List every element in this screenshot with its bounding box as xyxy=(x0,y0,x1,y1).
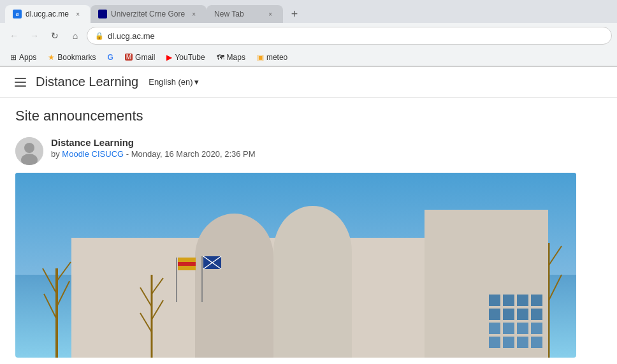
tab-bar: d dl.ucg.ac.me × Univerzitet Crne Gore ×… xyxy=(0,0,617,23)
back-button[interactable]: ← xyxy=(5,27,23,45)
lock-icon: 🔒 xyxy=(95,32,104,40)
window-cell xyxy=(531,337,542,348)
window-cell xyxy=(503,309,514,320)
hamburger-line-1 xyxy=(15,78,26,79)
by-label: by xyxy=(51,149,60,159)
svg-rect-16 xyxy=(178,266,196,270)
tab-dl-title: dl.ucg.ac.me xyxy=(25,10,69,18)
author-link[interactable]: Moodle CISUCG xyxy=(62,149,124,159)
post-byline: by Moodle CISUCG - Monday, 16 March 2020… xyxy=(51,149,602,159)
bookmark-meteo-label: meteo xyxy=(266,53,287,62)
bookmark-youtube[interactable]: ▶ YouTube xyxy=(161,50,210,64)
star-icon: ★ xyxy=(48,53,55,62)
bookmark-gmail[interactable]: M Gmail xyxy=(120,50,161,64)
window-cell xyxy=(489,309,500,320)
hamburger-line-3 xyxy=(15,85,26,87)
window-cell xyxy=(531,323,542,334)
svg-line-6 xyxy=(43,268,57,294)
window-cell xyxy=(531,309,542,320)
apps-grid-icon: ⊞ xyxy=(10,53,17,62)
bookmark-meteo[interactable]: ▣ meteo xyxy=(252,50,293,64)
main-content: Site announcements Distance Learning by … xyxy=(0,98,617,364)
svg-line-7 xyxy=(57,262,71,281)
svg-line-23 xyxy=(152,300,163,319)
page-content: Distance Learning English (en) ▾ Site an… xyxy=(0,67,617,364)
announcement-post: Distance Learning by Moodle CISUCG - Mon… xyxy=(15,137,602,165)
forward-button[interactable]: → xyxy=(25,27,43,45)
avatar xyxy=(15,137,43,165)
tab-dl[interactable]: d dl.ucg.ac.me × xyxy=(5,5,91,23)
bookmark-apps[interactable]: ⊞ Apps xyxy=(5,50,41,64)
meteo-icon: ▣ xyxy=(257,53,264,62)
address-text: dl.ucg.ac.me xyxy=(108,31,604,41)
svg-rect-15 xyxy=(178,258,196,262)
window-cell xyxy=(503,337,514,348)
window-cell xyxy=(503,323,514,334)
tab-ucg-title: Univerzitet Crne Gore xyxy=(111,10,185,18)
window-cell xyxy=(489,295,500,306)
svg-line-10 xyxy=(549,275,562,300)
reload-button[interactable]: ↻ xyxy=(46,27,64,45)
address-input-wrap[interactable]: 🔒 dl.ucg.ac.me xyxy=(87,27,612,45)
window-cell xyxy=(489,337,500,348)
bookmark-maps[interactable]: 🗺 Maps xyxy=(212,50,250,64)
post-date-separator: - xyxy=(126,149,131,159)
svg-line-25 xyxy=(152,278,163,294)
bookmarks-bar: ⊞ Apps ★ Bookmarks G M Gmail ▶ YouTube 🗺… xyxy=(0,48,617,66)
youtube-icon: ▶ xyxy=(166,53,172,62)
site-announcements-heading: Site announcements xyxy=(15,108,602,124)
tree-middle xyxy=(139,256,164,358)
gmail-icon: M xyxy=(125,54,133,61)
svg-line-24 xyxy=(140,288,152,307)
building-windows xyxy=(489,295,542,348)
window-cell xyxy=(517,323,528,334)
avatar-image xyxy=(15,137,43,165)
favicon-dl: d xyxy=(13,10,22,18)
tab-dl-close[interactable]: × xyxy=(73,9,83,19)
hamburger-menu-button[interactable] xyxy=(10,72,31,92)
tab-new[interactable]: New Tab × xyxy=(207,5,283,23)
moodle-header: Distance Learning English (en) ▾ xyxy=(0,67,617,98)
flags xyxy=(167,251,231,302)
tab-new-title: New Tab xyxy=(214,10,261,18)
window-cell xyxy=(517,309,528,320)
svg-line-22 xyxy=(140,313,152,332)
tab-new-close[interactable]: × xyxy=(265,9,275,19)
window-cell xyxy=(517,295,528,306)
address-bar: ← → ↻ ⌂ 🔒 dl.ucg.ac.me xyxy=(0,23,617,48)
svg-line-12 xyxy=(549,246,562,265)
language-selector[interactable]: English (en) ▾ xyxy=(149,77,198,87)
google-icon: G xyxy=(107,53,113,62)
language-label: English (en) xyxy=(149,77,192,87)
bookmark-gmail-label: Gmail xyxy=(135,53,155,62)
building-image xyxy=(15,173,576,358)
hamburger-line-2 xyxy=(15,82,26,83)
bookmark-apps-label: Apps xyxy=(19,53,36,62)
svg-point-1 xyxy=(24,143,34,153)
browser-chrome: d dl.ucg.ac.me × Univerzitet Crne Gore ×… xyxy=(0,0,617,67)
building-tower-center xyxy=(273,206,352,358)
bookmark-bookmarks[interactable]: ★ Bookmarks xyxy=(43,50,101,64)
window-cell xyxy=(531,295,542,306)
post-date: Monday, 16 March 2020, 2:36 PM xyxy=(131,149,256,159)
tree-left xyxy=(38,230,76,358)
window-cell xyxy=(517,337,528,348)
bookmark-youtube-label: YouTube xyxy=(175,53,205,62)
site-title: Distance Learning xyxy=(36,75,138,89)
bookmark-bookmarks-label: Bookmarks xyxy=(57,53,96,62)
maps-icon: 🗺 xyxy=(217,53,224,62)
home-button[interactable]: ⌂ xyxy=(66,27,84,45)
bookmark-google[interactable]: G xyxy=(102,50,118,64)
post-meta: Distance Learning by Moodle CISUCG - Mon… xyxy=(51,137,602,165)
window-cell xyxy=(503,295,514,306)
tab-ucg[interactable]: Univerzitet Crne Gore × xyxy=(91,5,207,23)
svg-line-4 xyxy=(44,294,57,319)
bookmark-maps-label: Maps xyxy=(227,53,245,62)
window-cell xyxy=(489,323,500,334)
new-tab-button[interactable]: + xyxy=(286,5,303,23)
language-dropdown-arrow: ▾ xyxy=(194,77,199,87)
svg-line-5 xyxy=(57,281,69,307)
post-title: Distance Learning xyxy=(51,137,602,148)
favicon-ucg xyxy=(98,10,107,18)
tab-ucg-close[interactable]: × xyxy=(189,9,199,19)
